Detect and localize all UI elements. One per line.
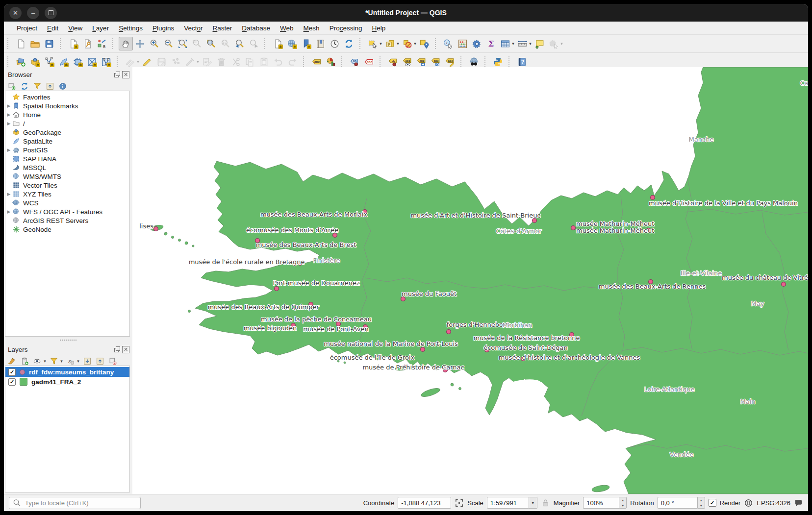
- rotation-spinner[interactable]: 0,0 ° ▲▼: [658, 497, 705, 509]
- browser-item-favorites[interactable]: Favorites: [5, 93, 129, 101]
- coordinate-value[interactable]: -1,088 47,123: [398, 497, 451, 509]
- layer-item-gadm41-FRA-2[interactable]: ✓gadm41_FRA_2: [5, 377, 129, 387]
- change-label-properties-button[interactable]: abc: [443, 55, 457, 69]
- select-features-button[interactable]: [366, 37, 380, 50]
- map-tips-button[interactable]: [533, 37, 547, 50]
- menu-layer[interactable]: Layer: [87, 24, 114, 33]
- scale-value[interactable]: 1:597991: [487, 497, 529, 509]
- zoom-in-button[interactable]: [147, 37, 161, 50]
- refresh-map-button[interactable]: [342, 37, 356, 50]
- locate-input[interactable]: [24, 499, 137, 507]
- python-console-button[interactable]: [491, 55, 505, 69]
- expand-arrow-icon[interactable]: ▶: [5, 112, 12, 117]
- select-by-form-button[interactable]: [383, 37, 397, 50]
- browser-item-wms-wmts[interactable]: WMS/WMTS: [5, 172, 129, 181]
- map-canvas[interactable]: lisesmusée des Beaux-Arts de Morlaixécom…: [132, 67, 808, 494]
- show-bookmarks-button[interactable]: [313, 37, 328, 50]
- add-spatialite-layer-button[interactable]: [56, 55, 71, 69]
- expand-arrow-icon[interactable]: ▶: [5, 192, 12, 196]
- expand-arrow-icon[interactable]: ▶: [5, 121, 12, 126]
- new-project-button[interactable]: [14, 37, 28, 50]
- open-attribute-table-button[interactable]: [498, 37, 512, 50]
- browser-item-mssql[interactable]: MSSQL: [5, 163, 129, 172]
- show-hide-labels-button[interactable]: abc: [400, 55, 414, 69]
- processing-toolbox-button[interactable]: [470, 37, 484, 50]
- layer-diagram-options-button[interactable]: [324, 55, 338, 69]
- zoom-out-button[interactable]: [161, 37, 176, 50]
- locate-box[interactable]: [9, 497, 141, 509]
- menu-web[interactable]: Web: [275, 24, 299, 33]
- help-contents-button[interactable]: ?: [515, 55, 529, 69]
- browser-item-spatialite[interactable]: SpatiaLite: [5, 137, 129, 146]
- layer-checkbox[interactable]: ✓: [8, 378, 16, 386]
- identify-features-button[interactable]: i: [441, 37, 456, 50]
- scale-dropdown-icon[interactable]: ▼: [529, 497, 537, 509]
- browser-close-icon[interactable]: ✕: [122, 71, 129, 78]
- add-mesh-layer-button[interactable]: [71, 55, 85, 69]
- add-point-layer-button[interactable]: [42, 55, 56, 69]
- metasearch-button[interactable]: [467, 55, 481, 69]
- save-project-button[interactable]: [42, 37, 56, 50]
- temporal-controller-button[interactable]: [328, 37, 342, 50]
- measure-button[interactable]: [515, 37, 530, 50]
- manage-map-themes-dropdown-icon[interactable]: ▾: [43, 359, 47, 364]
- layer-checkbox[interactable]: ✓: [8, 368, 16, 376]
- browser-item-spatial-bookmarks[interactable]: ▶Spatial Bookmarks: [5, 101, 129, 110]
- browser-item-geopackage[interactable]: GeoPackage: [5, 128, 129, 137]
- menu-raster[interactable]: Raster: [208, 24, 237, 33]
- layer-labeling-options-button[interactable]: abc: [309, 55, 324, 69]
- browser-item-vector-tiles[interactable]: Vector Tiles: [5, 181, 129, 190]
- browser-item-home[interactable]: ▶Home: [5, 110, 129, 119]
- pan-map-button[interactable]: [119, 37, 133, 50]
- browser-item-geonode[interactable]: GeoNode: [5, 225, 129, 234]
- crs-globe-icon[interactable]: [744, 498, 753, 508]
- new-3d-map-view-button[interactable]: [285, 37, 299, 50]
- deselect-features-button[interactable]: [400, 37, 414, 50]
- browser-item-wfs-ogc-api-features[interactable]: ▶WFS / OGC API - Features: [5, 207, 129, 216]
- select-by-location-button[interactable]: [417, 37, 431, 50]
- browser-float-icon[interactable]: [114, 72, 120, 78]
- filter-legend-dropdown-icon[interactable]: ▾: [59, 359, 64, 364]
- pan-to-selection-button[interactable]: [133, 37, 147, 50]
- toggle-editing-button[interactable]: [140, 55, 154, 69]
- layers-close-icon[interactable]: ✕: [122, 346, 129, 353]
- menu-project[interactable]: Project: [12, 24, 42, 33]
- filter-by-expression-dropdown-icon[interactable]: ▾: [76, 359, 80, 364]
- new-spatial-bookmark-button[interactable]: [299, 37, 313, 50]
- menu-database[interactable]: Database: [237, 24, 275, 33]
- pin-unpin-labels-button[interactable]: ab: [348, 55, 362, 69]
- menu-settings[interactable]: Settings: [114, 24, 148, 33]
- close-button[interactable]: ✕: [9, 7, 22, 19]
- crs-status[interactable]: EPSG:4326: [757, 499, 790, 507]
- browser-item-postgis[interactable]: ▶PostGIS: [5, 146, 129, 154]
- pin-labels-button[interactable]: ab: [386, 55, 400, 69]
- lock-scale-icon[interactable]: [541, 498, 550, 508]
- browser-item-wcs[interactable]: WCS: [5, 198, 129, 207]
- add-virtual-layer-button[interactable]: [85, 55, 99, 69]
- messages-icon[interactable]: [794, 498, 803, 508]
- highlight-pinned-labels-button[interactable]: abc: [362, 55, 376, 69]
- browser-item--[interactable]: ▶/: [5, 119, 129, 128]
- magnifier-spinner[interactable]: 100% ▲▼: [583, 497, 627, 509]
- add-wms-layer-button[interactable]: [99, 55, 113, 69]
- statistical-summary-button[interactable]: Σ: [484, 37, 498, 50]
- data-source-manager-button[interactable]: [14, 55, 28, 69]
- new-print-layout-button[interactable]: [66, 37, 80, 50]
- zoom-full-button[interactable]: [176, 37, 190, 50]
- expand-arrow-icon[interactable]: ▶: [5, 209, 12, 214]
- zoom-last-button[interactable]: [232, 37, 247, 50]
- maximize-button[interactable]: [45, 7, 57, 19]
- menu-processing[interactable]: Processing: [325, 24, 367, 33]
- menu-help[interactable]: Help: [367, 24, 390, 33]
- menu-view[interactable]: View: [63, 24, 87, 33]
- layers-float-icon[interactable]: [114, 346, 120, 353]
- layer-item-rdf-fdw-museums-brittany[interactable]: ✓rdf_fdw:museums_brittany: [5, 367, 129, 377]
- add-vector-layer-button[interactable]: [28, 55, 42, 69]
- expand-arrow-icon[interactable]: ▶: [5, 147, 12, 152]
- menu-vector[interactable]: Vector: [179, 24, 207, 33]
- browser-item-arcgis-rest-servers[interactable]: ArcGIS REST Servers: [5, 216, 129, 225]
- move-label-button[interactable]: abc: [414, 55, 429, 69]
- field-calculator-button[interactable]: [456, 37, 470, 50]
- new-map-view-button[interactable]: [271, 37, 285, 50]
- minimize-button[interactable]: –: [27, 7, 39, 19]
